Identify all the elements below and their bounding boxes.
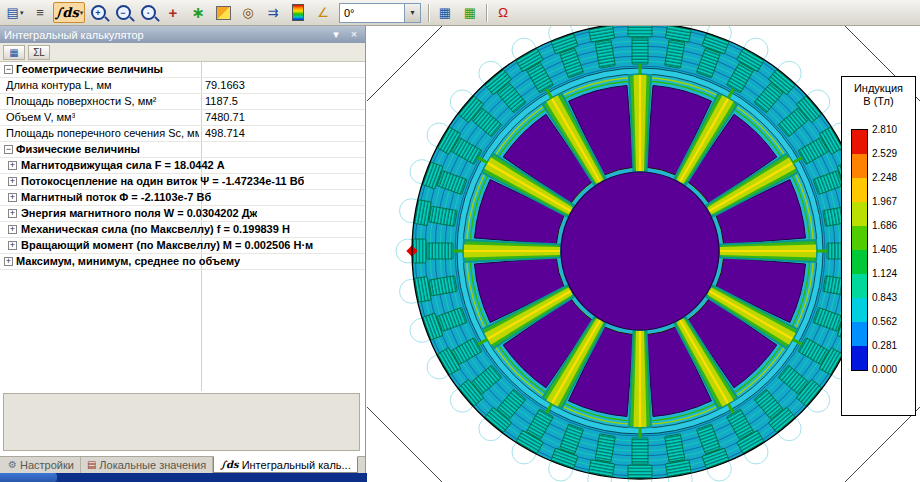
taskbar-strip [0,473,367,482]
table-row[interactable]: Площадь поперечного сечения Sс, мм²498.7… [0,126,365,142]
expand-icon[interactable]: + [8,225,17,234]
table-row[interactable]: Длина контура L, мм79.1663 [0,78,365,94]
legend-tick-label: 0.562 [872,316,912,327]
open-model-icon: ▤ [7,6,19,19]
tree-row[interactable]: −Геометрические величины [0,62,365,78]
rotation-angle-value: 0° [340,7,404,19]
integral-calculator-button[interactable]: ∫ds▾ [53,2,85,23]
row-label: Площадь поверхности S, мм² [6,94,157,109]
local-values-icon: ▤ [87,460,96,470]
expand-icon[interactable]: + [8,241,17,250]
tab-settings[interactable]: ⚙Настройки [2,457,81,473]
tree-row[interactable]: +Вращающий момент (по Максвеллу) M = 0.0… [0,238,365,254]
row-value: 7480.71 [205,110,245,125]
mesh-button[interactable]: ∗ [186,2,210,23]
field-lines-icon: ◎ [242,6,253,19]
legend-colorbar [851,129,868,371]
contour-settings-icon: ≡ [36,6,44,19]
taskbar-start-fragment[interactable] [0,473,57,482]
legend-band [852,154,867,178]
rotation-angle-combo[interactable]: 0°▾ [339,3,421,23]
legend-tick-label: 2.810 [872,124,912,135]
pan-button[interactable]: + [161,2,185,23]
tab-label: Интегральный каль... [242,459,351,471]
color-map-button[interactable] [211,2,235,23]
motor-field-plot[interactable] [367,26,920,482]
row-value: 498.714 [205,126,245,141]
impedance-button[interactable]: Ω [491,2,515,23]
tree-row[interactable]: +Максимум, минимум, среднее по объему [0,254,365,270]
tree-row[interactable]: +Механическая сила (по Максвеллу) f = 0.… [0,222,365,238]
collapse-icon[interactable]: − [4,65,13,74]
legend-tick-label: 1.124 [872,268,912,279]
tab-integral[interactable]: ∫dsИнтегральный каль... [213,456,358,473]
calculator-button[interactable]: ▦ [433,2,457,23]
row-value: 1187.5 [205,94,238,109]
legend-band [852,274,867,298]
panel-menu-button[interactable]: ▾ [329,28,343,41]
tree-row[interactable]: +Магнитный поток Φ = -2.1103e-7 Вб [0,190,365,206]
dropdown-arrow-icon: ▾ [20,9,24,17]
row-label: Магнитный поток Φ = -2.1103e-7 Вб [21,190,211,205]
table-row[interactable]: Площадь поверхности S, мм²1187.5 [0,94,365,110]
field-lines-button[interactable]: ◎ [236,2,260,23]
table-view-button[interactable]: ▦ [458,2,482,23]
table-row[interactable]: Объем V, мм³7480.71 [0,110,365,126]
collapse-icon[interactable]: − [4,145,13,154]
pan-icon: + [169,5,178,20]
vectors-button[interactable]: ⇉ [261,2,285,23]
row-label: Энергия магнитного поля W = 0.0304202 Дж [21,206,257,221]
expand-icon[interactable]: + [8,161,17,170]
calculator-table: −Геометрические величиныДлина контура L,… [0,62,365,270]
zoom-in-icon: + [91,5,106,20]
tree-row[interactable]: +Магнитодвижущая сила F = 18.0442 А [0,158,365,174]
row-label: Физические величины [16,142,140,157]
legend-band [852,346,867,370]
row-label: Объем V, мм³ [6,110,75,125]
legend-tick-label: 1.967 [872,196,912,207]
expand-icon[interactable]: + [4,257,13,266]
angle-icon: ∠ [317,6,329,19]
row-value: 79.1663 [205,78,245,93]
impedance-icon: Ω [498,6,508,19]
contour-settings-button[interactable]: ≡ [28,2,52,23]
panel-close-button[interactable]: × [347,28,361,41]
table-view-icon: ▦ [464,6,476,19]
tab-label: Локальные значения [99,459,206,471]
tab-local-values[interactable]: ▤Локальные значения [81,457,213,473]
legend-band [852,322,867,346]
angle-button[interactable]: ∠ [311,2,335,23]
tree-row[interactable]: +Потокосцепление на один виток Ψ = -1.47… [0,174,365,190]
row-label: Магнитодвижущая сила F = 18.0442 А [21,158,225,173]
expand-icon[interactable]: + [8,209,17,218]
row-label: Геометрические величины [16,62,163,77]
grid-icon: ▦ [9,47,18,58]
zoom-in-button[interactable]: + [86,2,110,23]
sum-button[interactable]: ΣL [28,45,50,60]
field-plot-area[interactable]: Индукция В (Тл) 2.8102.5292.2481.9671.68… [367,26,920,482]
legend-tick-label: 1.405 [872,244,912,255]
sum-icon: ΣL [33,47,45,58]
combo-dropdown-icon[interactable]: ▾ [404,4,420,22]
legend-tick-label: 0.281 [872,340,912,351]
main-toolbar: ▤▾≡∫ds▾+−▪+∗◎⇉∠0°▾▦▦Ω [0,0,920,26]
zoom-out-button[interactable]: − [111,2,135,23]
toolbar-separator [486,4,487,22]
settings-icon: ⚙ [8,460,17,470]
row-label: Площадь поперечного сечения Sс, мм² [6,126,199,141]
dropdown-arrow-icon: ▾ [80,9,84,17]
panel-title-bar[interactable]: Интегральный калькулятор ▾ × [0,26,365,43]
vectors-icon: ⇉ [268,6,279,19]
expand-icon[interactable]: + [8,193,17,202]
legend-tick-label: 1.686 [872,220,912,231]
tree-row[interactable]: +Энергия магнитного поля W = 0.0304202 Д… [0,206,365,222]
tree-row[interactable]: −Физические величины [0,142,365,158]
open-model-button[interactable]: ▤▾ [3,2,27,23]
legend-band [852,130,867,154]
row-label: Механическая сила (по Максвеллу) f = 0.1… [21,222,290,237]
legend-band [852,202,867,226]
grid-button[interactable]: ▦ [3,45,25,60]
expand-icon[interactable]: + [8,177,17,186]
zoom-window-button[interactable]: ▪ [136,2,160,23]
color-scale-button[interactable] [286,2,310,23]
